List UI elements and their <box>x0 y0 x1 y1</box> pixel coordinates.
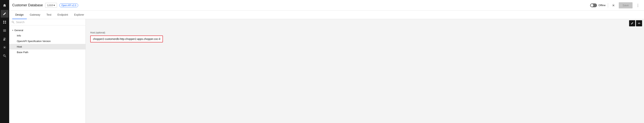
api-badge[interactable]: Open API v2.0 <box>59 3 78 7</box>
svg-rect-2 <box>3 22 4 23</box>
host-input[interactable] <box>90 35 163 42</box>
svg-line-14 <box>14 22 14 23</box>
tree-item-base-path[interactable]: Base Path <box>9 49 86 55</box>
tab-test[interactable]: Test <box>44 11 54 19</box>
svg-point-12 <box>613 5 614 6</box>
left-sidebar: ▾ General Info OpenAPI Specification Ver… <box>9 19 86 123</box>
sidebar-tree: ▾ General Info OpenAPI Specification Ver… <box>9 25 86 123</box>
tab-bar: Design Gateway Test Endpoint Explorer <box>9 11 644 19</box>
header-right: Offline Save ⋮ <box>590 2 641 8</box>
save-button[interactable]: Save <box>619 2 632 8</box>
nav-edit[interactable] <box>1 10 8 17</box>
svg-point-8 <box>5 38 6 39</box>
host-field-label: Host (optional) <box>90 31 640 34</box>
svg-rect-4 <box>3 30 6 30</box>
more-options-button[interactable]: ⋮ <box>635 2 641 8</box>
tree-section-general-header[interactable]: ▾ General <box>9 28 86 33</box>
tab-endpoint[interactable]: Endpoint <box>54 11 71 19</box>
search-box <box>9 19 86 25</box>
divider <box>608 3 608 8</box>
tab-explorer[interactable]: Explorer <box>71 11 87 19</box>
tab-gateway[interactable]: Gateway <box>27 11 44 19</box>
nav-search-main[interactable] <box>1 52 8 60</box>
main-area: Customer Database 1.0.0 ▾ Open API v2.0 … <box>9 0 644 123</box>
header: Customer Database 1.0.0 ▾ Open API v2.0 … <box>9 0 644 11</box>
nav-home[interactable] <box>1 1 8 9</box>
version-selector[interactable]: 1.0.0 ▾ <box>45 3 57 8</box>
svg-rect-6 <box>3 31 6 32</box>
page-title: Customer Database <box>12 3 43 7</box>
code-icon-btn[interactable]: </> <box>636 20 642 26</box>
content-body: Host (optional) <box>86 27 644 123</box>
search-input[interactable] <box>16 21 83 24</box>
content-toolbar: </> <box>86 19 644 27</box>
tree-item-info[interactable]: Info <box>9 33 86 38</box>
offline-toggle-switch[interactable] <box>590 3 597 7</box>
nav-bar <box>0 0 9 123</box>
nav-users[interactable] <box>1 35 8 43</box>
nav-settings[interactable] <box>1 44 8 51</box>
search-icon <box>12 21 14 24</box>
svg-line-11 <box>5 56 6 57</box>
content-layout: ▾ General Info OpenAPI Specification Ver… <box>9 19 644 123</box>
tree-section-general: ▾ General Info OpenAPI Specification Ver… <box>9 27 86 56</box>
svg-point-10 <box>4 55 5 56</box>
host-input-wrapper <box>90 35 163 42</box>
nav-apps[interactable] <box>1 18 8 26</box>
offline-label: Offline <box>598 4 606 7</box>
right-content: </> Host (optional) <box>86 19 644 123</box>
svg-point-13 <box>12 21 14 22</box>
nav-list[interactable] <box>1 27 8 34</box>
svg-rect-0 <box>3 21 4 22</box>
svg-rect-3 <box>5 22 6 23</box>
chevron-icon: ▾ <box>12 29 13 31</box>
svg-point-7 <box>4 38 5 39</box>
settings-icon-btn[interactable] <box>610 2 616 8</box>
chevron-down-icon: ▾ <box>54 4 55 7</box>
tree-item-openapi-spec[interactable]: OpenAPI Specification Version <box>9 38 86 44</box>
version-label: 1.0.0 <box>47 4 53 7</box>
svg-rect-5 <box>3 30 6 31</box>
tree-item-host[interactable]: Host <box>9 44 86 49</box>
offline-toggle: Offline <box>590 3 606 7</box>
tree-section-general-label: General <box>14 29 23 32</box>
svg-rect-1 <box>5 21 6 22</box>
tab-design[interactable]: Design <box>12 11 27 19</box>
edit-icon-btn[interactable] <box>629 20 635 26</box>
svg-point-9 <box>4 47 5 48</box>
